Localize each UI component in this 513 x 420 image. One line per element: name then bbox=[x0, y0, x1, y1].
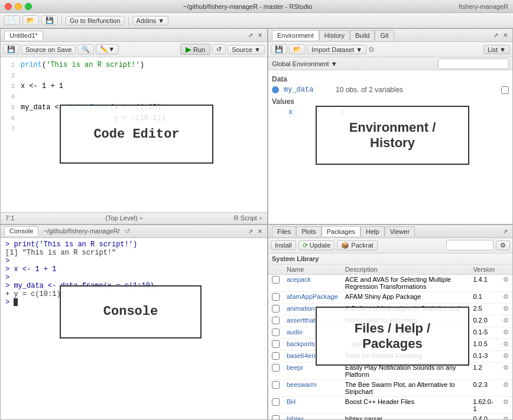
tab-environment[interactable]: Environment bbox=[272, 30, 319, 40]
run-button[interactable]: ▶ Run bbox=[180, 44, 210, 55]
pkg-name-audio[interactable]: audio bbox=[283, 327, 342, 338]
pkg-desc-audio bbox=[342, 327, 470, 338]
pkg-desc-acepack: ACE and AVAS for Selecting Multiple Regr… bbox=[342, 274, 470, 291]
my-data-value: 10 obs. of 2 variables bbox=[336, 86, 496, 94]
new-file-button[interactable]: 📄 bbox=[4, 15, 20, 25]
tab-packages[interactable]: Packages bbox=[322, 226, 361, 236]
pkg-check-afam[interactable] bbox=[272, 293, 280, 301]
source-button[interactable]: Source ▼ bbox=[228, 45, 265, 54]
close-env-button[interactable]: ✕ bbox=[502, 32, 509, 38]
pkg-name-acepack[interactable]: acepack bbox=[283, 274, 342, 291]
tab-help[interactable]: Help bbox=[361, 226, 385, 236]
source-on-save-button[interactable]: Source on Save bbox=[21, 45, 76, 54]
tab-history[interactable]: History bbox=[319, 30, 350, 40]
pkg-gear-acepack[interactable]: ⚙ bbox=[503, 276, 509, 283]
env-load-button[interactable]: 📂 bbox=[289, 44, 306, 54]
pkg-check-audio[interactable] bbox=[272, 328, 280, 336]
console-body[interactable]: > print('This is an R script!') [1] "Thi… bbox=[1, 238, 267, 420]
pkg-check-backports[interactable] bbox=[272, 340, 280, 348]
code-line-4: 4 bbox=[1, 92, 267, 102]
minimize-button[interactable] bbox=[15, 3, 22, 10]
col-version[interactable]: Version bbox=[469, 265, 499, 275]
global-env-label[interactable]: Global Environment ▼ bbox=[272, 60, 337, 67]
pkg-name-bibtex[interactable]: bibtex bbox=[283, 414, 342, 419]
pkg-name-beepr[interactable]: beepr bbox=[283, 362, 342, 379]
pkg-check-assertthat[interactable] bbox=[272, 317, 280, 324]
update-button[interactable]: ⟳ Update bbox=[298, 240, 335, 250]
col-name[interactable]: Name bbox=[283, 265, 342, 275]
pkg-check-acepack[interactable] bbox=[272, 276, 280, 284]
go-to-function-button[interactable]: Go to file/function bbox=[66, 16, 125, 25]
editor-titlebar: Untitled1* ⇗ ✕ bbox=[1, 29, 267, 42]
pkg-name-assertthat[interactable]: assertthat bbox=[283, 315, 342, 327]
open-file-button[interactable]: 📂 bbox=[22, 15, 39, 25]
pkg-gear-backports[interactable]: ⚙ bbox=[503, 340, 509, 347]
packages-search-input[interactable] bbox=[446, 240, 493, 250]
packages-gear-button[interactable]: ⚙ bbox=[496, 240, 510, 250]
pkg-check-beepr[interactable] bbox=[272, 364, 280, 372]
expand-files-button[interactable]: ⇗ bbox=[502, 228, 509, 235]
pkg-name-base64enc[interactable]: base64enc bbox=[283, 350, 342, 362]
pkg-ver-assertthat: 0.2.0 bbox=[469, 315, 499, 327]
col-desc[interactable]: Description bbox=[342, 265, 470, 275]
expand-editor-button[interactable]: ⇗ bbox=[247, 32, 254, 38]
pkg-check-BH[interactable] bbox=[272, 398, 280, 406]
packages-table: Name Description Version acepack ACE and… bbox=[268, 265, 512, 420]
env-save-button[interactable]: 💾 bbox=[271, 44, 287, 54]
expand-console-button[interactable]: ⇗ bbox=[247, 228, 254, 235]
re-run-button[interactable]: ↺ bbox=[212, 44, 226, 54]
tab-plots[interactable]: Plots bbox=[296, 226, 321, 236]
pkg-name-backports[interactable]: backports bbox=[283, 338, 342, 350]
env-titlebar: Environment History Build Git ⇗ ✕ bbox=[268, 29, 512, 42]
tab-git[interactable]: Git bbox=[375, 30, 394, 40]
separator bbox=[61, 16, 62, 25]
run-icon: ▶ bbox=[186, 45, 191, 54]
tab-viewer[interactable]: Viewer bbox=[385, 226, 415, 236]
pkg-name-beeswarm[interactable]: beeswarm bbox=[283, 379, 342, 396]
maximize-button[interactable] bbox=[25, 3, 32, 10]
pkg-gear-beepr[interactable]: ⚙ bbox=[503, 364, 509, 371]
pkg-gear-beeswarm[interactable]: ⚙ bbox=[503, 381, 509, 388]
save-script-button[interactable]: 💾 bbox=[3, 44, 20, 54]
packrat-button[interactable]: 📦 Packrat bbox=[337, 240, 377, 250]
pkg-gear-BH[interactable]: ⚙ bbox=[503, 398, 509, 405]
find-button[interactable]: 🔍 bbox=[77, 44, 94, 54]
close-console-button[interactable]: ✕ bbox=[256, 228, 264, 235]
save-button[interactable]: 💾 bbox=[41, 15, 58, 25]
env-gear-icon[interactable]: ⚙ bbox=[368, 45, 375, 54]
pkg-name-animation[interactable]: animation bbox=[283, 303, 342, 315]
pkg-check-bibtex[interactable] bbox=[272, 415, 280, 420]
pkg-check-beeswarm[interactable] bbox=[272, 381, 280, 389]
pkg-desc-afam: AFAM Shiny App Package bbox=[342, 291, 470, 303]
list-button[interactable]: List ▼ bbox=[483, 45, 510, 54]
pkg-gear-bibtex[interactable]: ⚙ bbox=[503, 415, 509, 420]
editor-body[interactable]: 1 print('This is an R script!') 2 3 x <-… bbox=[1, 57, 267, 212]
pkg-gear-afam[interactable]: ⚙ bbox=[503, 293, 509, 300]
env-search-input[interactable] bbox=[438, 58, 509, 69]
close-editor-button[interactable]: ✕ bbox=[256, 32, 264, 38]
install-button[interactable]: Install bbox=[271, 240, 296, 250]
pkg-gear-base64enc[interactable]: ⚙ bbox=[503, 352, 509, 359]
code-line-5: 5 my_data <- data.frame(x = c(1:10), bbox=[1, 102, 267, 113]
tab-build[interactable]: Build bbox=[350, 30, 375, 40]
console-reload-icon[interactable]: ↺ bbox=[125, 227, 130, 235]
console-tab[interactable]: Console bbox=[4, 226, 38, 236]
env-import-button[interactable]: Import Dataset ▼ bbox=[307, 45, 366, 54]
pkg-check-base64enc[interactable] bbox=[272, 352, 280, 360]
my-data-checkbox[interactable] bbox=[501, 86, 509, 94]
pkg-name-BH[interactable]: BH bbox=[283, 396, 342, 414]
expand-env-button[interactable]: ⇗ bbox=[492, 32, 499, 38]
pkg-desc-BH: Boost C++ Header Files bbox=[342, 396, 470, 414]
pkg-gear-animation[interactable]: ⚙ bbox=[503, 305, 509, 312]
code-tools-button[interactable]: ✏️▼ bbox=[96, 44, 119, 54]
console-line-5: > bbox=[5, 274, 262, 282]
pkg-gear-assertthat[interactable]: ⚙ bbox=[503, 317, 509, 324]
pkg-check-animation[interactable] bbox=[272, 305, 280, 312]
addins-button[interactable]: Addins ▼ bbox=[132, 16, 169, 25]
editor-tab[interactable]: Untitled1* bbox=[4, 31, 43, 40]
tab-files[interactable]: Files bbox=[272, 226, 296, 236]
pkg-name-afam[interactable]: afamAppPackage bbox=[283, 291, 342, 303]
pkg-gear-audio[interactable]: ⚙ bbox=[503, 328, 509, 336]
col-check bbox=[268, 265, 283, 275]
close-button[interactable] bbox=[5, 3, 12, 10]
